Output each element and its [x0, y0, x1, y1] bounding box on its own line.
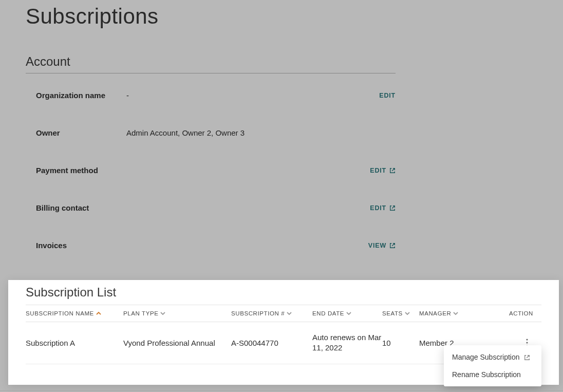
sort-asc-icon	[96, 311, 101, 316]
column-seats[interactable]: SEATS	[382, 310, 419, 316]
row-actions-menu: Manage Subscription Rename Subscription	[444, 345, 541, 386]
sort-desc-icon	[160, 311, 165, 316]
column-end-date-label: END DATE	[312, 310, 344, 316]
column-action-label: ACTION	[509, 310, 533, 316]
organization-name-label: Organization name	[36, 91, 126, 100]
sort-desc-icon	[405, 311, 410, 316]
footer-divider	[0, 390, 563, 391]
invoices-view-label: VIEW	[368, 242, 386, 249]
manage-subscription-label: Manage Subscription	[452, 353, 520, 361]
page-title: Subscriptions	[26, 4, 537, 29]
sort-desc-icon	[453, 311, 458, 316]
payment-method-row: Payment method EDIT	[26, 152, 396, 189]
account-section-title: Account	[26, 54, 396, 73]
cell-seats: 10	[382, 339, 419, 347]
invoices-row: Invoices VIEW	[26, 227, 396, 264]
organization-name-row: Organization name - EDIT	[26, 77, 396, 114]
subscription-list-card: Subscription List SUBSCRIPTION NAME PLAN…	[8, 280, 559, 385]
invoices-label: Invoices	[36, 241, 126, 250]
owner-value: Admin Account, Owner 2, Owner 3	[126, 128, 396, 137]
column-end-date[interactable]: END DATE	[312, 310, 382, 316]
external-link-icon	[524, 354, 530, 360]
rename-subscription-item[interactable]: Rename Subscription	[444, 366, 541, 383]
external-link-icon	[389, 205, 396, 211]
column-subscription-number-label: SUBSCRIPTION #	[231, 310, 285, 316]
account-section: Account Organization name - EDIT Owner A…	[26, 54, 396, 264]
billing-contact-edit-label: EDIT	[370, 204, 386, 212]
organization-name-value: -	[126, 91, 379, 100]
billing-contact-edit-button[interactable]: EDIT	[370, 204, 396, 212]
column-plan-type[interactable]: PLAN TYPE	[123, 310, 231, 316]
billing-contact-row: Billing contact EDIT	[26, 189, 396, 227]
sort-desc-icon	[287, 311, 292, 316]
cell-end-date: Auto renews on Mar 11, 2022	[312, 332, 382, 353]
manage-subscription-item[interactable]: Manage Subscription	[444, 348, 541, 366]
payment-method-edit-label: EDIT	[370, 167, 386, 174]
billing-contact-label: Billing contact	[36, 203, 126, 212]
rename-subscription-label: Rename Subscription	[452, 370, 521, 379]
cell-plan-type: Vyond Professional Annual	[123, 339, 231, 347]
payment-method-edit-button[interactable]: EDIT	[370, 167, 396, 174]
column-subscription-number[interactable]: SUBSCRIPTION #	[231, 310, 312, 316]
svg-point-1	[526, 342, 528, 344]
invoices-view-button[interactable]: VIEW	[368, 242, 396, 249]
payment-method-label: Payment method	[36, 166, 126, 175]
sort-desc-icon	[346, 311, 351, 316]
column-manager[interactable]: MANAGER	[419, 310, 511, 316]
owner-label: Owner	[36, 128, 126, 137]
owner-row: Owner Admin Account, Owner 2, Owner 3	[26, 114, 396, 152]
column-seats-label: SEATS	[382, 310, 403, 316]
column-subscription-name-label: SUBSCRIPTION NAME	[26, 310, 94, 316]
organization-edit-button[interactable]: EDIT	[379, 92, 396, 99]
subscription-list-title: Subscription List	[26, 280, 541, 305]
external-link-icon	[389, 167, 396, 174]
cell-subscription-number: A-S00044770	[231, 339, 312, 347]
subscription-table-header: SUBSCRIPTION NAME PLAN TYPE SUBSCRIPTION…	[26, 305, 541, 322]
svg-point-0	[526, 339, 528, 341]
cell-subscription-name: Subscription A	[26, 339, 123, 347]
external-link-icon	[389, 242, 396, 249]
column-action: ACTION	[511, 310, 533, 316]
column-subscription-name[interactable]: SUBSCRIPTION NAME	[26, 310, 123, 316]
column-plan-type-label: PLAN TYPE	[123, 310, 158, 316]
column-manager-label: MANAGER	[419, 310, 451, 316]
